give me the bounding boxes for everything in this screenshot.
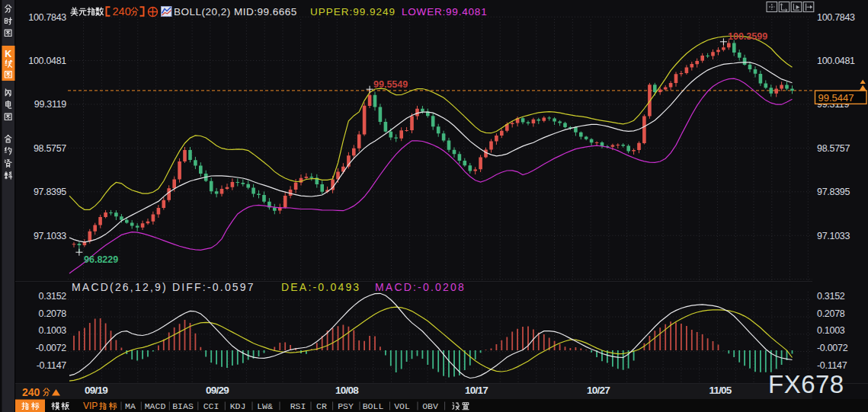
svg-text:100.3599: 100.3599: [728, 31, 767, 42]
svg-text:MACD: MACD: [145, 401, 166, 411]
svg-text:VIP: VIP: [83, 401, 98, 411]
svg-text:MACD:-0.0208: MACD:-0.0208: [375, 281, 466, 293]
svg-text:100.0481: 100.0481: [817, 56, 855, 66]
svg-text:UPPER:99.9249: UPPER:99.9249: [310, 6, 396, 18]
svg-text:10/17: 10/17: [465, 385, 488, 396]
svg-text:99.3119: 99.3119: [34, 99, 67, 110]
svg-text:-0.1147: -0.1147: [817, 360, 847, 371]
svg-text:240: 240: [113, 5, 131, 18]
svg-text:09/19: 09/19: [85, 385, 107, 396]
svg-text:KDJ: KDJ: [230, 401, 246, 411]
svg-text:0.2078: 0.2078: [39, 308, 67, 319]
svg-text:97.1033: 97.1033: [34, 231, 66, 241]
svg-text:09/29: 09/29: [206, 385, 229, 396]
svg-text:-0.0072: -0.0072: [36, 343, 67, 353]
svg-text:98.5757: 98.5757: [34, 143, 66, 154]
svg-text:-0.1147: -0.1147: [37, 360, 67, 371]
svg-text:MACD(26,12,9) DIFF:-0.0597: MACD(26,12,9) DIFF:-0.0597: [72, 281, 255, 293]
svg-text:OBV: OBV: [422, 401, 438, 411]
svg-text:LW&: LW&: [257, 401, 273, 411]
svg-text:97.8395: 97.8395: [34, 187, 66, 197]
svg-text:K: K: [5, 49, 11, 59]
svg-text:BOLL(20,2) MID:99.6665: BOLL(20,2) MID:99.6665: [174, 6, 297, 18]
svg-text:100.7843: 100.7843: [28, 12, 66, 23]
svg-text:96.8229: 96.8229: [84, 254, 118, 265]
svg-text:100.0481: 100.0481: [28, 56, 66, 66]
svg-text:100.7843: 100.7843: [817, 12, 855, 23]
svg-text:0.1003: 0.1003: [39, 325, 67, 336]
svg-text:BOLL: BOLL: [363, 401, 384, 411]
svg-text:0.3152: 0.3152: [817, 291, 845, 302]
svg-text:CCI: CCI: [203, 401, 219, 411]
svg-text:PSY: PSY: [338, 401, 354, 411]
svg-text:VOL: VOL: [394, 401, 410, 411]
svg-text:RSI: RSI: [290, 401, 306, 411]
svg-text:10/08: 10/08: [335, 385, 359, 396]
svg-text:0.3152: 0.3152: [39, 291, 67, 302]
svg-text:98.5757: 98.5757: [817, 143, 850, 154]
svg-text:97.8395: 97.8395: [817, 187, 850, 197]
svg-text:MA: MA: [125, 401, 136, 411]
svg-text:BIAS: BIAS: [172, 401, 194, 411]
svg-text:-0.0072: -0.0072: [817, 343, 848, 353]
svg-text:0.2078: 0.2078: [817, 308, 845, 319]
svg-text:99.5549: 99.5549: [373, 79, 408, 90]
svg-text:99.5447: 99.5447: [818, 92, 854, 104]
svg-text:FX678: FX678: [768, 370, 844, 398]
svg-text:CR: CR: [316, 401, 327, 411]
svg-text:0.1003: 0.1003: [817, 325, 845, 336]
svg-text:11/05: 11/05: [709, 385, 732, 396]
svg-text:LOWER:99.4081: LOWER:99.4081: [402, 6, 487, 18]
svg-text:240: 240: [22, 386, 40, 398]
svg-text:DEA:-0.0493: DEA:-0.0493: [281, 281, 360, 293]
svg-text:97.1033: 97.1033: [817, 231, 850, 241]
svg-text:10/27: 10/27: [587, 385, 610, 396]
